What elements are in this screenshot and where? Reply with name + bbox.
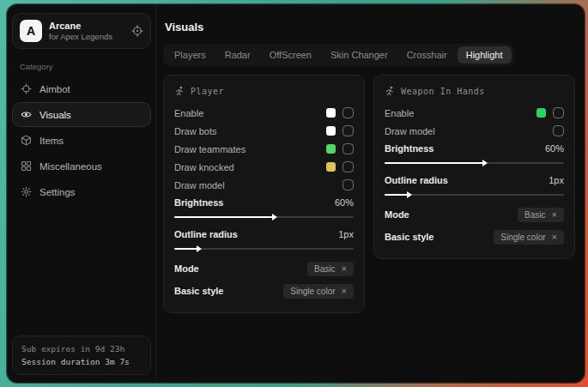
setting-row-draw-model: Draw model bbox=[385, 122, 564, 140]
panel-header: Player bbox=[174, 86, 354, 96]
tab-crosshair[interactable]: Crosshair bbox=[398, 46, 456, 63]
session-duration-text: Session duration 3m 7s bbox=[21, 355, 142, 368]
checkbox-enable[interactable] bbox=[342, 107, 354, 118]
slider-fill bbox=[385, 162, 483, 164]
checkbox-draw-bots[interactable] bbox=[342, 125, 354, 136]
tab-players[interactable]: Players bbox=[166, 46, 215, 63]
chip-remove-icon[interactable]: × bbox=[342, 264, 347, 273]
page-title: Visuals bbox=[165, 21, 575, 33]
color-swatch[interactable] bbox=[326, 126, 336, 136]
setting-label: Mode bbox=[385, 209, 409, 220]
sidebar-item-label: Items bbox=[39, 136, 64, 146]
miscellaneous-icon bbox=[21, 160, 32, 172]
setting-label: Outline radius bbox=[385, 175, 448, 185]
chip-label: Single color bbox=[500, 233, 545, 242]
setting-label: Enable bbox=[174, 108, 203, 118]
setting-row-outline-radius: Outline radius1px bbox=[385, 172, 564, 189]
tab-bar: PlayersRadarOffScreenSkin ChangerCrossha… bbox=[163, 44, 514, 66]
setting-label: Draw model bbox=[174, 180, 225, 190]
setting-label: Basic style bbox=[174, 286, 223, 296]
subscription-status-card: Sub expires in 9d 23h Session duration 3… bbox=[12, 336, 151, 375]
checkbox-draw-model[interactable] bbox=[342, 179, 354, 190]
checkbox-draw-knocked[interactable] bbox=[342, 161, 354, 172]
sidebar-item-settings[interactable]: Settings bbox=[12, 179, 151, 204]
panel-header: Weapon In Hands bbox=[385, 86, 564, 96]
setting-label: Enable bbox=[385, 108, 414, 118]
setting-label: Draw teammates bbox=[174, 144, 246, 154]
items-icon bbox=[21, 135, 32, 146]
sidebar-nav: AimbotVisualsItemsMiscellaneousSettings bbox=[12, 76, 151, 205]
slider-brightness[interactable] bbox=[385, 162, 564, 164]
slider-brightness[interactable] bbox=[174, 216, 354, 218]
chip-basic[interactable]: Basic× bbox=[307, 262, 354, 276]
chip-single-color[interactable]: Single color× bbox=[283, 284, 354, 299]
chip-label: Single color bbox=[290, 287, 335, 296]
tab-highlight[interactable]: Highlight bbox=[458, 46, 512, 63]
setting-label: Brightness bbox=[174, 197, 223, 208]
setting-label: Draw knocked bbox=[174, 162, 234, 172]
chip-remove-icon[interactable]: × bbox=[552, 210, 557, 219]
app-name: Arcane bbox=[49, 21, 112, 31]
chip-label: Basic bbox=[314, 264, 335, 274]
setting-row-enable: Enable bbox=[174, 104, 354, 122]
sidebar-item-visuals[interactable]: Visuals bbox=[12, 102, 151, 127]
slider-value: 1px bbox=[549, 175, 564, 185]
runner-icon bbox=[385, 86, 395, 96]
slider-thumb[interactable] bbox=[197, 245, 202, 252]
slider-fill bbox=[174, 216, 273, 218]
settings-icon bbox=[21, 186, 32, 197]
setting-label: Basic style bbox=[385, 232, 433, 242]
color-swatch[interactable] bbox=[326, 108, 336, 118]
category-label: Category bbox=[20, 62, 143, 71]
tab-skin-changer[interactable]: Skin Changer bbox=[322, 46, 397, 63]
panel-title: Weapon In Hands bbox=[401, 87, 485, 96]
slider-thumb[interactable] bbox=[407, 191, 412, 198]
chip-single-color[interactable]: Single color× bbox=[494, 230, 564, 245]
slider-thumb[interactable] bbox=[482, 160, 488, 166]
slider-thumb[interactable] bbox=[272, 214, 277, 221]
tab-radar[interactable]: Radar bbox=[216, 46, 259, 63]
chip-remove-icon[interactable]: × bbox=[552, 233, 557, 241]
panel-weapon-in-hands: Weapon In HandsEnableDraw modelBrightnes… bbox=[373, 75, 575, 259]
crosshair-icon[interactable] bbox=[131, 25, 143, 37]
panel-player: PlayerEnableDraw botsDraw teammatesDraw … bbox=[163, 75, 365, 313]
app-subtitle: for Apex Legends bbox=[49, 32, 112, 41]
sidebar-item-label: Aimbot bbox=[39, 84, 70, 94]
slider-outline-radius[interactable] bbox=[385, 194, 564, 196]
checkbox-draw-teammates[interactable] bbox=[342, 143, 354, 154]
slider-value: 1px bbox=[338, 229, 354, 239]
checkbox-draw-model[interactable] bbox=[553, 125, 564, 136]
visuals-icon bbox=[21, 109, 32, 120]
setting-row-basic-style: Basic styleSingle color× bbox=[385, 226, 564, 248]
main-content: Visuals PlayersRadarOffScreenSkin Change… bbox=[156, 5, 585, 382]
color-swatch[interactable] bbox=[536, 108, 546, 118]
setting-row-draw-bots: Draw bots bbox=[174, 122, 354, 140]
chip-basic[interactable]: Basic× bbox=[518, 208, 564, 222]
sub-expiry-text: Sub expires in 9d 23h bbox=[21, 342, 142, 355]
app-window: A Arcane for Apex Legends Category Aimbo… bbox=[7, 4, 585, 383]
runner-icon bbox=[174, 86, 185, 96]
setting-label: Mode bbox=[174, 263, 199, 274]
sidebar-item-aimbot[interactable]: Aimbot bbox=[12, 76, 151, 101]
setting-row-brightness: Brightness60% bbox=[385, 140, 564, 157]
sidebar-item-items[interactable]: Items bbox=[12, 128, 151, 153]
slider-fill bbox=[174, 248, 197, 250]
app-meta: Arcane for Apex Legends bbox=[49, 21, 112, 41]
chip-remove-icon[interactable]: × bbox=[342, 287, 347, 295]
sidebar-item-label: Settings bbox=[39, 187, 76, 197]
sidebar-item-label: Miscellaneous bbox=[39, 161, 102, 172]
panels-container: PlayerEnableDraw botsDraw teammatesDraw … bbox=[163, 75, 575, 313]
chip-label: Basic bbox=[524, 210, 545, 220]
tab-offscreen[interactable]: OffScreen bbox=[261, 46, 320, 63]
setting-label: Draw model bbox=[385, 126, 435, 136]
setting-label: Outline radius bbox=[174, 229, 238, 239]
app-logo: A bbox=[20, 20, 42, 42]
slider-outline-radius[interactable] bbox=[174, 248, 354, 250]
checkbox-enable[interactable] bbox=[553, 107, 564, 118]
color-swatch[interactable] bbox=[326, 144, 336, 154]
setting-row-mode: ModeBasic× bbox=[385, 203, 564, 226]
setting-row-brightness: Brightness60% bbox=[174, 194, 354, 211]
color-swatch[interactable] bbox=[326, 162, 336, 172]
sidebar-item-miscellaneous[interactable]: Miscellaneous bbox=[12, 154, 151, 178]
slider-value: 60% bbox=[335, 197, 354, 208]
